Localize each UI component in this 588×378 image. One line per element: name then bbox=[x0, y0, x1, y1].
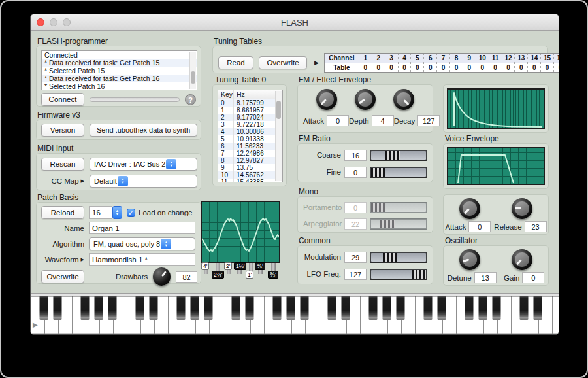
tuning-row[interactable]: 5 10.91338 bbox=[218, 135, 282, 143]
detune-knob[interactable] bbox=[459, 249, 480, 270]
drawbars-value[interactable]: 82 bbox=[176, 271, 197, 283]
table-cell[interactable]: 0 bbox=[449, 63, 463, 73]
log-row[interactable]: * Selected Patch 16 bbox=[42, 82, 197, 90]
table-cell[interactable]: 0 bbox=[540, 63, 553, 73]
tuning-overwrite-button[interactable]: Overwrite bbox=[259, 56, 307, 69]
algorithm-popup[interactable]: FM, quad osc, poly 8 ▲▼ bbox=[89, 237, 195, 250]
version-button[interactable]: Version bbox=[41, 124, 84, 137]
portamento-value[interactable]: 0 bbox=[344, 202, 367, 213]
drawbar-tag[interactable]: 2⅔' bbox=[212, 271, 224, 279]
fine-value[interactable]: 0 bbox=[344, 167, 367, 178]
channel-cell[interactable]: 8 bbox=[449, 54, 463, 63]
patch-overwrite-button[interactable]: Overwrite bbox=[41, 270, 84, 283]
log-scrollbar[interactable] bbox=[189, 52, 196, 89]
waveform-scope[interactable] bbox=[201, 201, 280, 263]
log-row[interactable]: * Selected Patch 15 bbox=[42, 67, 197, 75]
drawbar-tag[interactable]: 1' bbox=[246, 271, 253, 279]
channel-cell[interactable]: 5 bbox=[410, 54, 423, 63]
channel-cell[interactable]: 15 bbox=[540, 54, 553, 63]
tuning-row[interactable]: 10 14.56762 bbox=[218, 171, 282, 179]
channel-cell[interactable]: 14 bbox=[527, 54, 540, 63]
fm-depth-knob[interactable] bbox=[355, 89, 376, 110]
tuning-row[interactable]: 6 11.56233 bbox=[218, 143, 282, 150]
table-cell[interactable]: 0 bbox=[423, 63, 436, 73]
fm-decay-knob[interactable] bbox=[393, 89, 414, 110]
drawbar-tag[interactable]: ⅗' bbox=[268, 271, 278, 279]
key-column-header[interactable]: Key bbox=[218, 90, 234, 99]
tuning-row[interactable]: 11 15.43385 bbox=[218, 179, 282, 182]
tuning-row[interactable]: 0 8.175799 bbox=[218, 99, 282, 107]
channel-cell[interactable]: 4 bbox=[398, 54, 411, 63]
gain-value[interactable]: 0 bbox=[522, 272, 544, 283]
log-scrollbar-thumb[interactable] bbox=[191, 71, 195, 84]
table-cell[interactable]: 0 bbox=[553, 63, 559, 73]
log-row[interactable]: * Data received for task: Get Patch 16 bbox=[42, 75, 197, 82]
table-cell[interactable]: 0 bbox=[410, 63, 423, 73]
midi-driver-popup[interactable]: IAC Driver : IAC Bus 2 ▲▼ bbox=[90, 158, 197, 171]
waveform-disclosure-icon[interactable]: ▶ bbox=[81, 257, 84, 262]
rescan-button[interactable]: Rescan bbox=[41, 158, 84, 171]
arpeggiator-slider[interactable] bbox=[370, 218, 427, 230]
log-row[interactable]: * Data received for task: Get Patch 15 bbox=[42, 59, 197, 67]
table-cell[interactable]: 0 bbox=[527, 63, 540, 73]
table-cell[interactable]: 0 bbox=[372, 63, 385, 73]
drawbar-tag[interactable]: ⅘' bbox=[255, 262, 265, 270]
table-cell[interactable]: 0 bbox=[359, 63, 372, 73]
zoom-button[interactable] bbox=[63, 18, 71, 26]
channel-cell[interactable]: 9 bbox=[463, 54, 476, 63]
channel-cell[interactable]: 16 bbox=[553, 54, 559, 63]
drawbar-tag[interactable]: 4' bbox=[201, 262, 209, 270]
lfo-freq-value[interactable]: 127 bbox=[344, 269, 367, 280]
channel-cell[interactable]: 7 bbox=[436, 54, 449, 63]
patch-name-input[interactable] bbox=[89, 222, 195, 234]
lfo-freq-slider[interactable] bbox=[370, 269, 427, 280]
tuning-row[interactable]: 2 9.177024 bbox=[218, 114, 282, 121]
hz-column-header[interactable]: Hz bbox=[234, 90, 245, 99]
tuning-read-button[interactable]: Read bbox=[218, 56, 253, 69]
help-button[interactable]: ? bbox=[185, 94, 196, 105]
reload-button[interactable]: Reload bbox=[41, 206, 84, 219]
tuning-row[interactable]: 4 10.30086 bbox=[218, 128, 282, 135]
table-cell[interactable]: 0 bbox=[514, 63, 527, 73]
table-cell[interactable]: 0 bbox=[502, 63, 515, 73]
coarse-slider[interactable] bbox=[370, 150, 427, 161]
cc-map-popup[interactable]: Default ▲▼ bbox=[90, 175, 197, 188]
drawbars-knob[interactable] bbox=[153, 267, 171, 286]
arpeggiator-value[interactable]: 22 bbox=[344, 218, 367, 230]
tuning-scrollbar-thumb[interactable] bbox=[276, 101, 281, 119]
send-uboothex-button[interactable]: Send .uboothex data to synth bbox=[90, 124, 197, 137]
gain-knob[interactable] bbox=[512, 249, 532, 270]
close-button[interactable] bbox=[37, 18, 44, 26]
channel-cell[interactable]: 12 bbox=[502, 54, 515, 63]
channel-cell[interactable]: 6 bbox=[423, 54, 436, 63]
tuning-row[interactable]: 3 9.722718 bbox=[218, 121, 282, 128]
fm-decay-value[interactable]: 127 bbox=[417, 115, 440, 126]
portamento-slider[interactable] bbox=[370, 202, 427, 213]
piano-keys-graphic[interactable] bbox=[31, 296, 559, 334]
piano-keyboard[interactable]: ▶ bbox=[31, 293, 559, 334]
connect-button[interactable]: Connect bbox=[41, 93, 84, 106]
minimize-button[interactable] bbox=[50, 18, 57, 26]
table-cell[interactable]: 0 bbox=[436, 63, 449, 73]
voice-release-value[interactable]: 23 bbox=[525, 221, 547, 232]
voice-attack-knob[interactable] bbox=[459, 198, 480, 219]
channel-cell[interactable]: 3 bbox=[385, 54, 398, 63]
tuning-row[interactable]: 1 8.661957 bbox=[218, 107, 282, 114]
drawbar-tag[interactable]: 1⅓' bbox=[234, 262, 246, 270]
waveform-input[interactable] bbox=[89, 253, 195, 266]
tuning-scrollbar[interactable] bbox=[275, 91, 282, 181]
channel-cell[interactable]: 11 bbox=[489, 54, 502, 63]
fm-attack-knob[interactable] bbox=[316, 89, 337, 110]
detune-value[interactable]: 13 bbox=[474, 272, 497, 283]
table-cell[interactable]: 0 bbox=[489, 63, 502, 73]
patch-number-field[interactable]: 16 bbox=[89, 206, 112, 219]
tuning-row[interactable]: 7 12.24986 bbox=[218, 150, 282, 157]
titlebar[interactable]: FLASH bbox=[31, 14, 559, 31]
table-cell[interactable]: 0 bbox=[476, 63, 489, 73]
table-cell[interactable]: 0 bbox=[398, 63, 411, 73]
tuning-disclosure-icon[interactable]: ▶ bbox=[314, 60, 319, 66]
voice-release-knob[interactable] bbox=[512, 198, 532, 219]
cc-map-disclosure-icon[interactable]: ▶ bbox=[81, 179, 84, 184]
drawbar-tag[interactable]: 2' bbox=[224, 262, 232, 270]
load-on-change-checkbox[interactable]: ✓ bbox=[127, 209, 135, 217]
